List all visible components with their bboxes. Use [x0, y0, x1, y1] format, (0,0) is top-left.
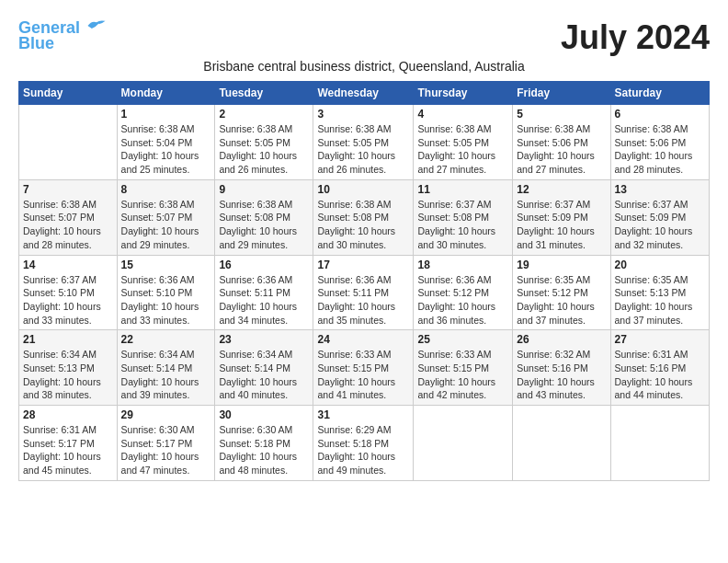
- calendar-cell: 6Sunrise: 6:38 AM Sunset: 5:06 PM Daylig…: [610, 105, 709, 180]
- day-info: Sunrise: 6:30 AM Sunset: 5:17 PM Dayligh…: [121, 423, 211, 477]
- day-number: 29: [121, 408, 211, 421]
- calendar-cell: [610, 406, 709, 481]
- day-number: 27: [615, 333, 705, 346]
- day-number: 12: [517, 183, 606, 196]
- day-number: 4: [417, 108, 508, 121]
- day-number: 16: [219, 259, 309, 271]
- day-number: 24: [317, 333, 409, 346]
- day-info: Sunrise: 6:33 AM Sunset: 5:15 PM Dayligh…: [317, 348, 409, 402]
- day-number: 3: [317, 108, 409, 121]
- day-number: 2: [219, 108, 309, 121]
- logo-bird-icon: [86, 18, 107, 33]
- calendar-cell: 19Sunrise: 6:35 AM Sunset: 5:12 PM Dayli…: [513, 255, 610, 330]
- calendar-cell: 18Sunrise: 6:36 AM Sunset: 5:12 PM Dayli…: [414, 255, 513, 330]
- calendar-cell: 26Sunrise: 6:32 AM Sunset: 5:16 PM Dayli…: [513, 330, 610, 406]
- calendar-cell: 13Sunrise: 6:37 AM Sunset: 5:09 PM Dayli…: [610, 179, 709, 255]
- day-number: 25: [417, 333, 508, 346]
- calendar-header: SundayMondayTuesdayWednesdayThursdayFrid…: [19, 82, 710, 105]
- day-info: Sunrise: 6:38 AM Sunset: 5:04 PM Dayligh…: [121, 122, 211, 177]
- day-header-wednesday: Wednesday: [313, 82, 414, 105]
- day-number: 23: [219, 333, 309, 346]
- calendar-cell: [414, 406, 513, 481]
- day-info: Sunrise: 6:30 AM Sunset: 5:18 PM Dayligh…: [219, 423, 309, 477]
- day-info: Sunrise: 6:34 AM Sunset: 5:13 PM Dayligh…: [23, 348, 113, 402]
- day-number: 5: [517, 108, 606, 121]
- day-number: 30: [219, 408, 309, 421]
- week-row: 28Sunrise: 6:31 AM Sunset: 5:17 PM Dayli…: [19, 406, 710, 481]
- calendar-body: 1Sunrise: 6:38 AM Sunset: 5:04 PM Daylig…: [19, 105, 710, 481]
- day-header-tuesday: Tuesday: [215, 82, 313, 105]
- calendar-cell: 3Sunrise: 6:38 AM Sunset: 5:05 PM Daylig…: [313, 105, 414, 180]
- day-number: 9: [219, 183, 309, 196]
- calendar-cell: 5Sunrise: 6:38 AM Sunset: 5:06 PM Daylig…: [513, 105, 610, 180]
- day-info: Sunrise: 6:37 AM Sunset: 5:10 PM Dayligh…: [23, 273, 113, 327]
- calendar-cell: [513, 406, 610, 481]
- calendar-cell: 1Sunrise: 6:38 AM Sunset: 5:04 PM Daylig…: [117, 105, 215, 180]
- day-header-sunday: Sunday: [19, 82, 118, 105]
- day-info: Sunrise: 6:36 AM Sunset: 5:12 PM Dayligh…: [417, 273, 508, 327]
- day-header-monday: Monday: [117, 82, 215, 105]
- day-number: 1: [121, 108, 211, 121]
- day-info: Sunrise: 6:38 AM Sunset: 5:05 PM Dayligh…: [219, 122, 309, 177]
- calendar-cell: 20Sunrise: 6:35 AM Sunset: 5:13 PM Dayli…: [610, 255, 709, 330]
- calendar-cell: 10Sunrise: 6:38 AM Sunset: 5:08 PM Dayli…: [313, 179, 414, 255]
- day-info: Sunrise: 6:38 AM Sunset: 5:07 PM Dayligh…: [121, 198, 211, 252]
- calendar-cell: 21Sunrise: 6:34 AM Sunset: 5:13 PM Dayli…: [19, 330, 118, 406]
- calendar-cell: 9Sunrise: 6:38 AM Sunset: 5:08 PM Daylig…: [215, 179, 313, 255]
- month-title: July 2024: [561, 18, 710, 57]
- calendar-cell: 27Sunrise: 6:31 AM Sunset: 5:16 PM Dayli…: [610, 330, 709, 406]
- day-number: 28: [23, 408, 113, 421]
- calendar-cell: 17Sunrise: 6:36 AM Sunset: 5:11 PM Dayli…: [313, 255, 414, 330]
- logo: General Blue: [18, 18, 107, 53]
- week-row: 7Sunrise: 6:38 AM Sunset: 5:07 PM Daylig…: [19, 179, 710, 255]
- calendar-cell: 31Sunrise: 6:29 AM Sunset: 5:18 PM Dayli…: [313, 406, 414, 481]
- calendar-cell: 25Sunrise: 6:33 AM Sunset: 5:15 PM Dayli…: [414, 330, 513, 406]
- day-info: Sunrise: 6:29 AM Sunset: 5:18 PM Dayligh…: [317, 423, 409, 477]
- week-row: 21Sunrise: 6:34 AM Sunset: 5:13 PM Dayli…: [19, 330, 710, 406]
- day-info: Sunrise: 6:31 AM Sunset: 5:16 PM Dayligh…: [615, 348, 705, 402]
- day-info: Sunrise: 6:38 AM Sunset: 5:08 PM Dayligh…: [317, 198, 409, 252]
- day-info: Sunrise: 6:36 AM Sunset: 5:10 PM Dayligh…: [121, 273, 211, 327]
- day-info: Sunrise: 6:38 AM Sunset: 5:06 PM Dayligh…: [615, 122, 705, 177]
- day-info: Sunrise: 6:36 AM Sunset: 5:11 PM Dayligh…: [317, 273, 409, 327]
- day-number: 15: [121, 259, 211, 271]
- day-info: Sunrise: 6:37 AM Sunset: 5:09 PM Dayligh…: [615, 198, 705, 252]
- day-number: 14: [23, 259, 113, 271]
- day-number: 17: [317, 259, 409, 271]
- calendar-cell: 4Sunrise: 6:38 AM Sunset: 5:05 PM Daylig…: [414, 105, 513, 180]
- day-number: 8: [121, 183, 211, 196]
- day-info: Sunrise: 6:34 AM Sunset: 5:14 PM Dayligh…: [121, 348, 211, 402]
- day-header-friday: Friday: [513, 82, 610, 105]
- day-number: 19: [517, 259, 606, 271]
- day-number: 26: [517, 333, 606, 346]
- day-info: Sunrise: 6:34 AM Sunset: 5:14 PM Dayligh…: [219, 348, 309, 402]
- calendar-cell: 12Sunrise: 6:37 AM Sunset: 5:09 PM Dayli…: [513, 179, 610, 255]
- day-number: 31: [317, 408, 409, 421]
- subtitle: Brisbane central business district, Quee…: [18, 59, 710, 74]
- day-info: Sunrise: 6:38 AM Sunset: 5:05 PM Dayligh…: [417, 122, 508, 177]
- day-info: Sunrise: 6:36 AM Sunset: 5:11 PM Dayligh…: [219, 273, 309, 327]
- calendar-cell: 28Sunrise: 6:31 AM Sunset: 5:17 PM Dayli…: [19, 406, 118, 481]
- day-info: Sunrise: 6:38 AM Sunset: 5:08 PM Dayligh…: [219, 198, 309, 252]
- calendar-cell: 22Sunrise: 6:34 AM Sunset: 5:14 PM Dayli…: [117, 330, 215, 406]
- calendar-cell: 16Sunrise: 6:36 AM Sunset: 5:11 PM Dayli…: [215, 255, 313, 330]
- calendar-cell: 2Sunrise: 6:38 AM Sunset: 5:05 PM Daylig…: [215, 105, 313, 180]
- day-number: 6: [615, 108, 705, 121]
- day-info: Sunrise: 6:38 AM Sunset: 5:06 PM Dayligh…: [517, 122, 606, 177]
- calendar-cell: 15Sunrise: 6:36 AM Sunset: 5:10 PM Dayli…: [117, 255, 215, 330]
- day-number: 21: [23, 333, 113, 346]
- calendar-cell: 11Sunrise: 6:37 AM Sunset: 5:08 PM Dayli…: [414, 179, 513, 255]
- day-info: Sunrise: 6:33 AM Sunset: 5:15 PM Dayligh…: [417, 348, 508, 402]
- day-number: 11: [417, 183, 508, 196]
- calendar-cell: 29Sunrise: 6:30 AM Sunset: 5:17 PM Dayli…: [117, 406, 215, 481]
- calendar-cell: 7Sunrise: 6:38 AM Sunset: 5:07 PM Daylig…: [19, 179, 118, 255]
- week-row: 1Sunrise: 6:38 AM Sunset: 5:04 PM Daylig…: [19, 105, 710, 180]
- calendar-table: SundayMondayTuesdayWednesdayThursdayFrid…: [18, 81, 710, 481]
- day-info: Sunrise: 6:32 AM Sunset: 5:16 PM Dayligh…: [517, 348, 606, 402]
- day-number: 10: [317, 183, 409, 196]
- calendar-cell: 8Sunrise: 6:38 AM Sunset: 5:07 PM Daylig…: [117, 179, 215, 255]
- day-info: Sunrise: 6:35 AM Sunset: 5:13 PM Dayligh…: [615, 273, 705, 327]
- day-info: Sunrise: 6:38 AM Sunset: 5:05 PM Dayligh…: [317, 122, 409, 177]
- day-header-thursday: Thursday: [414, 82, 513, 105]
- day-info: Sunrise: 6:35 AM Sunset: 5:12 PM Dayligh…: [517, 273, 606, 327]
